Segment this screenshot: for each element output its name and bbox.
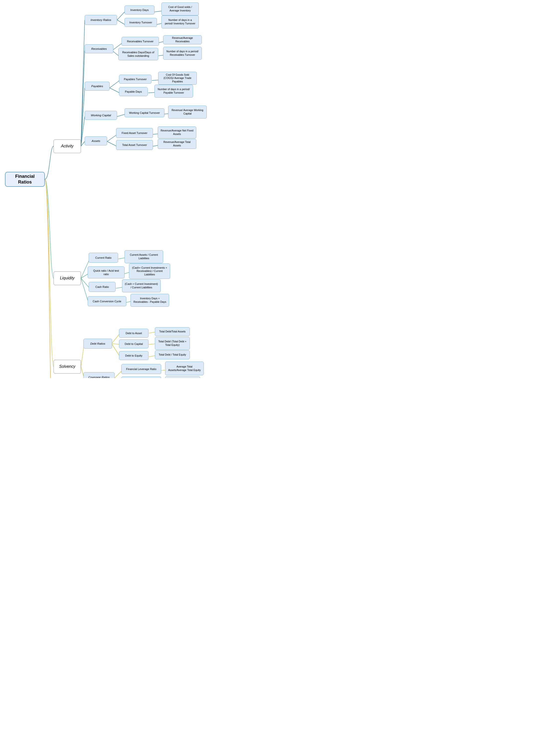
svg-line-35 bbox=[112, 344, 120, 357]
svg-line-5 bbox=[117, 12, 124, 20]
current-ratio-formula-label: Current Assets / Current Liabilities bbox=[127, 253, 160, 260]
fixed-asset-formula-node: Revenue/Average Net Fixed Assets bbox=[158, 126, 196, 139]
payable-days-formula-label: Number of days in a period/ Payable Turn… bbox=[157, 88, 190, 95]
total-asset-formula-node: Revenue/Average Total Assets bbox=[158, 139, 196, 149]
inventory-ratios-label: Inventory Ratios bbox=[91, 18, 111, 22]
svg-line-38 bbox=[149, 355, 156, 357]
debt-to-asset-formula-label: Total Debt/Total Assets bbox=[159, 330, 185, 333]
debt-to-asset-formula-node: Total Debt/Total Assets bbox=[155, 327, 190, 336]
working-capital-turnover-node: Working Capital Turnover bbox=[124, 108, 164, 117]
receivables-turnover-node: Receivables Turnover bbox=[122, 37, 159, 46]
cash-ratio-formula-label: (Cash + Current Investment) / Current Li… bbox=[125, 282, 158, 289]
svg-line-2 bbox=[81, 88, 85, 146]
fixed-asset-turnover-node: Fixed Asset Turnover bbox=[116, 128, 153, 138]
total-asset-turnover-node: Total Asset Turnover bbox=[116, 140, 153, 150]
cash-conversion-formula-label: Inventory Days + Receivables - Payable D… bbox=[133, 297, 166, 304]
debt-to-capital-formula-node: Total Debt/ (Total Debt + Total Equity) bbox=[155, 337, 190, 350]
svg-line-20 bbox=[107, 141, 117, 146]
debt-to-asset-label: Debt to Asset bbox=[125, 331, 142, 335]
current-ratio-formula-node: Current Assets / Current Liabilities bbox=[124, 250, 163, 263]
fixed-asset-turnover-label: Fixed Asset Turnover bbox=[122, 131, 147, 135]
working-capital-label: Working Capital bbox=[91, 114, 111, 117]
receivables-label: Receivables bbox=[91, 47, 107, 51]
cash-ratio-formula-node: (Cash + Current Investment) / Current Li… bbox=[122, 279, 161, 292]
financial-leverage-label: Financial Leverage Ratio bbox=[126, 367, 157, 371]
quick-ratio-node: Quick ratio / Acid test ratio bbox=[88, 266, 124, 279]
financial-leverage-formula-node: Average Total Assets/Average Total Equit… bbox=[165, 362, 204, 375]
debt-to-equity-node: Debt to Equity bbox=[119, 351, 148, 360]
cash-ratio-label: Cash Ratio bbox=[95, 285, 109, 289]
root-node: Financial Ratios bbox=[5, 172, 45, 187]
svg-line-6 bbox=[117, 20, 124, 24]
activity-node: Activity bbox=[54, 140, 81, 153]
inventory-ratios-node: Inventory Ratios bbox=[85, 15, 117, 25]
svg-line-39 bbox=[114, 370, 122, 378]
working-capital-turnover-label: Working Capital Turnover bbox=[129, 111, 160, 115]
receivables-turnover-formula-label: Revenue/Average Receivables bbox=[166, 36, 199, 43]
svg-line-33 bbox=[112, 333, 120, 344]
quick-ratio-formula-label: (Cash+ Current Investments + Receivables… bbox=[132, 266, 167, 277]
debt-ratios-node: Debt Ratios bbox=[83, 339, 112, 349]
svg-line-0 bbox=[81, 20, 85, 146]
payables-turnover-formula-label: Cost Of Goods Sold (COGS)/ Average Trade… bbox=[161, 73, 194, 83]
debt-to-capital-formula-label: Total Debt/ (Total Debt + Total Equity) bbox=[158, 340, 187, 347]
receivables-turnover-formula-node: Revenue/Average Receivables bbox=[163, 35, 202, 44]
debt-to-capital-label: Debt to Capital bbox=[125, 342, 143, 346]
payable-days-formula-node: Number of days in a period/ Payable Turn… bbox=[155, 85, 193, 98]
mind-map: Financial Ratios Activity Liquidity Solv… bbox=[0, 0, 280, 378]
svg-line-27 bbox=[118, 258, 125, 259]
receivables-node: Receivables bbox=[85, 44, 113, 53]
receivables-turnover-label: Receivables Turnover bbox=[127, 40, 154, 43]
liquidity-label: Liquidity bbox=[60, 275, 75, 281]
inventory-turnover-formula-node: Number of days in a period/ Inventory Tu… bbox=[161, 16, 199, 28]
coverage-ratios-label: Coverage Ratios bbox=[88, 375, 110, 378]
svg-line-19 bbox=[107, 135, 117, 141]
liquidity-node: Liquidity bbox=[54, 271, 81, 285]
quick-ratio-formula-node: (Cash+ Current Investments + Receivables… bbox=[129, 263, 170, 279]
interest-coverage-formula-node: EBIT/ Interest Payments bbox=[165, 376, 200, 378]
cash-conversion-formula-node: Inventory Days + Receivables - Payable D… bbox=[131, 294, 169, 307]
svg-line-36 bbox=[149, 332, 156, 333]
assets-node: Assets bbox=[85, 137, 107, 145]
financial-leverage-node: Financial Leverage Ratio bbox=[121, 364, 161, 374]
fixed-asset-formula-label: Revenue/Average Net Fixed Assets bbox=[160, 129, 194, 136]
solvency-label: Solvency bbox=[59, 364, 76, 369]
debt-to-equity-label: Debt to Equity bbox=[125, 354, 142, 357]
inventory-days-formula-node: Cost of Good solds / Average Inventory bbox=[161, 2, 199, 16]
svg-line-3 bbox=[81, 117, 85, 146]
working-capital-formula-label: Revenue/ Average Working Capital bbox=[171, 108, 204, 115]
svg-line-25 bbox=[81, 278, 90, 288]
svg-line-34 bbox=[112, 344, 120, 344]
debt-ratios-label: Debt Ratios bbox=[90, 342, 105, 346]
payables-label: Payables bbox=[91, 84, 103, 88]
svg-line-7 bbox=[155, 11, 162, 12]
payables-turnover-formula-node: Cost Of Goods Sold (COGS)/ Average Trade… bbox=[158, 72, 197, 85]
interest-coverage-node: Interest Coverage Ratio bbox=[121, 376, 161, 378]
receivables-days-label: Receivables Days/Days of Sales outstandi… bbox=[121, 50, 156, 58]
svg-line-26 bbox=[81, 278, 88, 303]
inventory-days-formula-label: Cost of Good solds / Average Inventory bbox=[164, 5, 196, 12]
inventory-turnover-node: Inventory Turnover bbox=[124, 18, 157, 27]
inventory-turnover-formula-label: Number of days in a period/ Inventory Tu… bbox=[164, 18, 196, 25]
cash-ratio-node: Cash Ratio bbox=[89, 282, 116, 292]
root-label: Financial Ratios bbox=[8, 173, 42, 185]
financial-leverage-formula-label: Average Total Assets/Average Total Equit… bbox=[168, 365, 201, 372]
current-ratio-node: Current Ratio bbox=[89, 253, 118, 263]
total-asset-formula-label: Revenue/Average Total Assets bbox=[160, 140, 194, 147]
payables-node: Payables bbox=[85, 82, 109, 90]
activity-label: Activity bbox=[61, 144, 74, 149]
svg-line-4 bbox=[81, 141, 85, 146]
svg-line-37 bbox=[149, 344, 156, 344]
inventory-days-node: Inventory Days bbox=[124, 5, 155, 15]
inventory-days-label: Inventory Days bbox=[130, 8, 148, 12]
inventory-turnover-label: Inventory Turnover bbox=[129, 21, 152, 24]
coverage-ratios-node: Coverage Ratios bbox=[83, 372, 115, 378]
debt-to-equity-formula-label: Total Debt / Total Equity bbox=[159, 353, 186, 356]
svg-line-1 bbox=[81, 50, 85, 146]
payable-days-label: Payable Days bbox=[125, 90, 142, 94]
cash-conversion-node: Cash Conversion Cycle bbox=[88, 296, 126, 306]
svg-line-8 bbox=[157, 23, 162, 24]
receivables-days-formula-node: Number of days in a period/ Receivables … bbox=[163, 47, 202, 60]
debt-to-capital-node: Debt to Capital bbox=[119, 340, 148, 348]
svg-line-13 bbox=[109, 80, 120, 88]
